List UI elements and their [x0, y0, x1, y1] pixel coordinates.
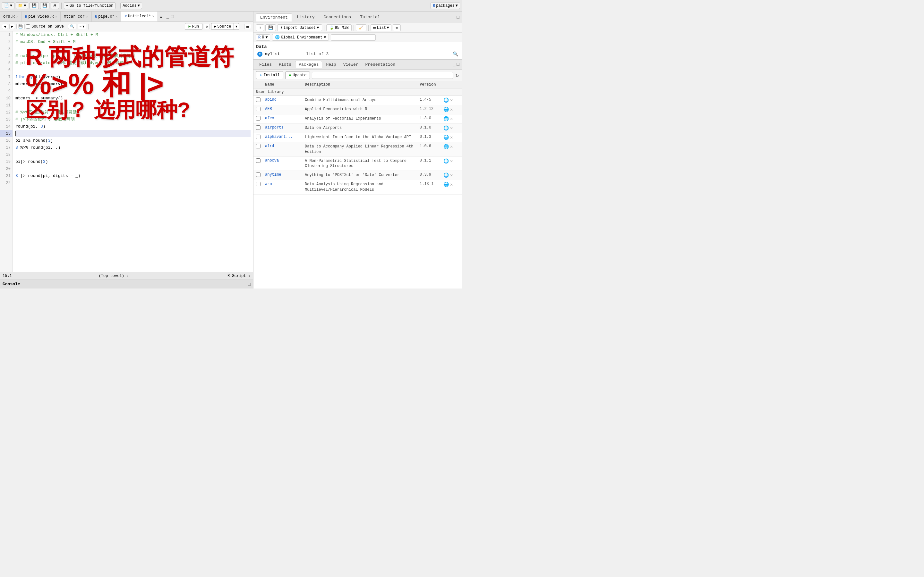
- tab-presentation[interactable]: Presentation: [362, 61, 399, 68]
- mylist-name[interactable]: mylist: [265, 52, 304, 56]
- import-dataset-button[interactable]: ⬇ Import Dataset ▼: [277, 24, 322, 31]
- code-editor[interactable]: 1 2 3 4 5 6 7 8 9 10 11 12 13 14 15 16 1…: [0, 31, 253, 272]
- tab-untitled-close[interactable]: ✕: [152, 14, 155, 18]
- pkg-web-AER[interactable]: 🌐: [443, 107, 449, 112]
- console-minimize[interactable]: _: [244, 282, 246, 287]
- pkg-web-airports[interactable]: 🌐: [443, 125, 449, 131]
- install-packages-button[interactable]: ⬇ Install: [256, 71, 283, 79]
- tab-viewer[interactable]: Viewer: [340, 61, 362, 68]
- tab-pie-close[interactable]: ✕: [55, 15, 57, 19]
- pkg-name-anytime[interactable]: anytime: [265, 172, 304, 177]
- load-workspace-button[interactable]: ⬆: [256, 24, 264, 31]
- tab-untitled1[interactable]: R Untitled1* ✕: [121, 11, 158, 22]
- tab-pie-video[interactable]: R pie_video.R ✕: [22, 11, 61, 22]
- pkg-checkbox-AER[interactable]: [256, 107, 260, 111]
- pkg-web-anocva[interactable]: 🌐: [443, 158, 449, 164]
- pkg-del-alphavant...[interactable]: ✕: [450, 135, 453, 140]
- pkg-web-afex[interactable]: 🌐: [443, 116, 449, 121]
- source-on-save-checkbox-label[interactable]: Source on Save: [26, 24, 64, 29]
- pkg-checkbox-airports[interactable]: [256, 125, 260, 130]
- go-to-file-button[interactable]: ➡ Go to file/function: [64, 2, 115, 9]
- tab-overflow-button[interactable]: »: [158, 14, 164, 19]
- pkg-web-arm[interactable]: 🌐: [443, 182, 449, 187]
- packages-button[interactable]: R packages ▼: [431, 3, 460, 9]
- pkg-name-alr4[interactable]: alr4: [265, 144, 304, 148]
- global-env-dropdown[interactable]: 🌐 Global Environment ▼: [272, 34, 329, 41]
- minimize-editor-button[interactable]: _: [166, 13, 170, 20]
- pkg-del-alr4[interactable]: ✕: [450, 144, 453, 149]
- env-search-input[interactable]: [331, 34, 376, 41]
- pkg-del-airports[interactable]: ✕: [450, 125, 453, 131]
- forward-button[interactable]: ▶: [9, 24, 15, 29]
- pkg-web-alphavant...[interactable]: 🌐: [443, 135, 449, 140]
- print-button[interactable]: 🖨: [51, 2, 59, 9]
- tab-help[interactable]: Help: [323, 61, 339, 68]
- pkg-checkbox-alr4[interactable]: [256, 144, 260, 148]
- rerun-button[interactable]: ↻: [204, 24, 210, 29]
- align-button[interactable]: ☰: [244, 24, 251, 29]
- pkg-del-arm[interactable]: ✕: [450, 182, 453, 187]
- pkg-web-abind[interactable]: 🌐: [443, 97, 449, 103]
- pkg-web-anytime[interactable]: 🌐: [443, 172, 449, 178]
- list-view-button[interactable]: ☰ List ▼: [371, 24, 391, 31]
- tab-ord[interactable]: ord.R ✕: [0, 11, 22, 22]
- tab-pipe-close[interactable]: ✕: [116, 15, 118, 19]
- save-workspace-button[interactable]: 💾: [265, 24, 276, 31]
- tab-mtcar[interactable]: mtcar_cor ✕: [61, 11, 91, 22]
- pkg-checkbox-afex[interactable]: [256, 116, 260, 121]
- broom-button[interactable]: 🧹: [356, 24, 367, 31]
- pkg-checkbox-anocva[interactable]: [256, 158, 260, 163]
- r-version-dropdown[interactable]: R R ▼: [256, 34, 270, 41]
- pkg-del-anocva[interactable]: ✕: [450, 158, 453, 164]
- addins-button[interactable]: Addins ▼: [120, 3, 142, 9]
- pkg-name-arm[interactable]: arm: [265, 182, 304, 186]
- tab-environment[interactable]: Environment: [256, 13, 292, 21]
- tab-history[interactable]: History: [293, 13, 318, 21]
- bottom-minimize[interactable]: _: [453, 62, 455, 67]
- console-maximize[interactable]: □: [248, 282, 250, 287]
- back-button[interactable]: ◀: [2, 24, 8, 29]
- update-packages-button[interactable]: ● Update: [285, 71, 310, 79]
- data-search-icon[interactable]: 🔍: [453, 51, 458, 57]
- save-all-button[interactable]: 💾: [40, 2, 49, 9]
- pkg-del-abind[interactable]: ✕: [450, 97, 453, 103]
- tab-mtcar-close[interactable]: ✕: [86, 15, 88, 19]
- pkg-checkbox-abind[interactable]: [256, 97, 260, 102]
- pkg-del-afex[interactable]: ✕: [450, 116, 453, 121]
- code-level[interactable]: (Top Level) ⇕: [99, 274, 129, 278]
- run-button[interactable]: ▶ Run: [185, 23, 202, 30]
- new-file-button[interactable]: 📄 ▼: [2, 2, 15, 9]
- source-button[interactable]: ▶ Source: [212, 23, 234, 29]
- pkg-checkbox-alphavant...[interactable]: [256, 135, 260, 139]
- right-minimize-button[interactable]: _: [453, 15, 455, 20]
- open-button[interactable]: 📁 ▼: [16, 2, 28, 9]
- maximize-editor-button[interactable]: □: [170, 13, 174, 20]
- packages-search-input[interactable]: [312, 72, 453, 79]
- pkg-del-anytime[interactable]: ✕: [450, 172, 453, 178]
- pkg-checkbox-anytime[interactable]: [256, 172, 260, 177]
- pkg-name-airports[interactable]: airports: [265, 125, 304, 130]
- pkg-name-AER[interactable]: AER: [265, 107, 304, 111]
- pkg-name-anocva[interactable]: anocva: [265, 158, 304, 163]
- save-button[interactable]: 💾: [29, 2, 39, 9]
- bottom-maximize[interactable]: □: [457, 62, 459, 67]
- tab-pipe[interactable]: R pipe.R* ✕: [92, 11, 121, 22]
- pkg-name-abind[interactable]: abind: [265, 97, 304, 102]
- tab-tutorial[interactable]: Tutorial: [356, 13, 384, 21]
- tab-connections[interactable]: Connections: [320, 13, 355, 21]
- right-maximize-button[interactable]: □: [457, 15, 459, 20]
- pkg-name-afex[interactable]: afex: [265, 116, 304, 121]
- pkg-name-alphavant...[interactable]: alphavant...: [265, 135, 304, 139]
- save-file-button[interactable]: 💾: [16, 24, 25, 29]
- script-type[interactable]: R Script ⇕: [228, 274, 250, 278]
- source-on-save-checkbox[interactable]: [26, 24, 30, 29]
- refresh-env-button[interactable]: ↻: [393, 24, 401, 31]
- packages-refresh-button[interactable]: ↻: [455, 71, 459, 79]
- tab-plots[interactable]: Plots: [276, 61, 294, 68]
- tab-packages[interactable]: Packages: [295, 61, 322, 68]
- pkg-checkbox-arm[interactable]: [256, 182, 260, 186]
- find-button[interactable]: 🔍: [68, 24, 76, 29]
- code-content[interactable]: # Windows/Linux: Ctrl + Shift + M # macO…: [13, 31, 253, 272]
- tools-button[interactable]: ✏ ▼: [78, 24, 86, 29]
- pkg-del-AER[interactable]: ✕: [450, 107, 453, 112]
